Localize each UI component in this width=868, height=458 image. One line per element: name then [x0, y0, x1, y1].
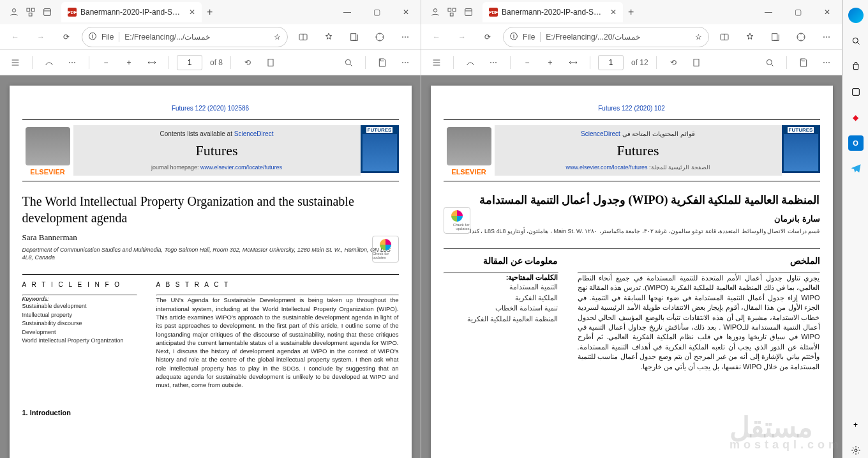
keywords-label: Keywords: — [22, 296, 137, 302]
url-path: E:/Freelancing/...20/خمسات — [546, 33, 690, 42]
games-icon[interactable]: ◆ — [848, 110, 864, 125]
back-button[interactable]: ← — [426, 27, 447, 47]
workspaces-icon[interactable] — [26, 7, 36, 17]
pdf-page: Futures 122 (2020) 102 ELSEVIER قوائم ال… — [431, 86, 833, 458]
page-number-input[interactable] — [598, 55, 624, 70]
sciencedirect-link[interactable]: ScienceDirect — [581, 130, 620, 137]
page-view-icon[interactable] — [262, 54, 280, 72]
browser-tab[interactable]: PDF Banermann-2020-IP-and-SDGs - ✕ — [61, 2, 202, 22]
more-icon[interactable]: ⋯ — [395, 27, 415, 47]
favorite-icon[interactable]: ☆ — [695, 33, 702, 42]
toolbar-more-icon[interactable]: ⋯ — [63, 54, 81, 72]
new-tab-button[interactable]: + — [207, 6, 213, 18]
edge-sidebar: ◆ O + — [842, 0, 868, 458]
fit-width-icon[interactable] — [143, 54, 161, 72]
contents-icon[interactable] — [6, 54, 24, 72]
zoom-out-button[interactable]: − — [518, 54, 536, 72]
save-icon[interactable] — [373, 54, 391, 72]
zoom-in-button[interactable]: + — [541, 54, 559, 72]
profile-icon[interactable] — [430, 7, 440, 17]
collections-icon[interactable] — [344, 27, 364, 47]
journal-ref-link[interactable]: Futures 122 (2020) 102 — [444, 105, 820, 112]
more-icon[interactable]: ⋯ — [816, 27, 837, 47]
fit-width-icon[interactable] — [564, 54, 582, 72]
forward-button: → — [31, 27, 51, 47]
back-button[interactable]: ← — [5, 27, 26, 47]
search-icon[interactable] — [340, 54, 357, 72]
journal-name: Futures — [507, 142, 769, 159]
shopping-icon[interactable] — [848, 59, 864, 74]
check-updates-badge[interactable]: Check for updates — [372, 236, 399, 263]
svg-rect-1 — [27, 8, 30, 11]
workspaces-icon[interactable] — [447, 7, 457, 17]
zoom-in-button[interactable]: + — [120, 54, 138, 72]
close-window-button[interactable]: ✕ — [812, 0, 842, 24]
svg-rect-16 — [772, 33, 777, 40]
tab-actions-icon[interactable] — [463, 7, 474, 17]
url-box[interactable]: ⓘ File E:/Freelancing/...20/خمسات ☆ — [503, 27, 709, 47]
rotate-icon[interactable]: ⟲ — [239, 54, 257, 72]
info-icon[interactable]: ⓘ — [510, 31, 518, 42]
settings-rail-icon[interactable] — [848, 443, 864, 458]
draw-icon[interactable] — [40, 54, 58, 72]
tab-actions-icon[interactable] — [42, 7, 52, 17]
split-screen-icon[interactable] — [714, 27, 735, 47]
favorites-icon[interactable] — [318, 27, 339, 47]
favorite-icon[interactable]: ☆ — [274, 33, 281, 42]
telegram-icon[interactable] — [848, 161, 864, 176]
contents-icon[interactable] — [428, 54, 445, 72]
extensions-icon[interactable] — [791, 27, 811, 47]
copilot-icon[interactable] — [848, 8, 864, 23]
elsevier-logo: ELSEVIER — [22, 125, 73, 176]
address-bar: ← → ⟳ ⓘ File E:/Freelancing/.../خمسات ☆ … — [0, 24, 421, 50]
extensions-icon[interactable] — [370, 27, 390, 47]
toolbar-settings-icon[interactable]: ⋯ — [396, 54, 414, 72]
url-scheme: File — [101, 33, 114, 42]
outlook-icon[interactable]: O — [848, 135, 864, 151]
tools-icon[interactable] — [848, 84, 864, 100]
pdf-page: Futures 122 (2020) 102586 ELSEVIER Conte… — [10, 86, 412, 458]
journal-ref-link[interactable]: Futures 122 (2020) 102586 — [22, 105, 399, 112]
homepage-link[interactable]: www.elsevier.com/locate/futures — [565, 164, 647, 171]
profile-icon[interactable] — [9, 7, 19, 17]
sciencedirect-link[interactable]: ScienceDirect — [234, 130, 274, 137]
draw-icon[interactable] — [461, 54, 479, 72]
svg-point-10 — [433, 9, 437, 12]
elsevier-logo: ELSEVIER — [444, 125, 495, 176]
new-tab-button[interactable]: + — [628, 6, 634, 18]
close-window-button[interactable]: ✕ — [391, 0, 421, 24]
journal-cover: FUTURES — [782, 125, 820, 173]
check-updates-badge[interactable]: Check for updates — [444, 207, 470, 234]
browser-tab[interactable]: PDF Banermann-2020-IP-and-SDGs-A ✕ — [483, 2, 623, 22]
close-tab-icon[interactable]: ✕ — [189, 8, 195, 17]
forward-button: → — [452, 27, 472, 47]
add-rail-icon[interactable]: + — [848, 417, 864, 432]
page-view-icon[interactable] — [687, 54, 705, 72]
close-tab-icon[interactable]: ✕ — [610, 8, 617, 17]
refresh-button[interactable]: ⟳ — [477, 27, 498, 47]
collections-icon[interactable] — [765, 27, 786, 47]
search-icon[interactable] — [761, 54, 779, 72]
split-screen-icon[interactable] — [293, 27, 313, 47]
toolbar-settings-icon[interactable]: ⋯ — [818, 54, 835, 72]
pdf-viewer[interactable]: Futures 122 (2020) 102586 ELSEVIER Conte… — [0, 75, 421, 458]
maximize-button[interactable]: ▢ — [362, 0, 391, 24]
rotate-icon[interactable]: ⟲ — [664, 54, 682, 72]
toolbar-more-icon[interactable]: ⋯ — [484, 54, 502, 72]
contents-available: قوائم المحتويات المتاحة في ScienceDirect — [507, 130, 769, 137]
author-name: سارة بانرمان — [444, 214, 820, 224]
minimize-button[interactable]: — — [754, 0, 783, 24]
search-rail-icon[interactable] — [848, 33, 864, 49]
page-number-input[interactable] — [177, 55, 202, 70]
svg-rect-14 — [465, 9, 472, 16]
info-icon[interactable]: ⓘ — [89, 31, 96, 42]
pdf-viewer[interactable]: Futures 122 (2020) 102 ELSEVIER قوائم ال… — [421, 75, 842, 458]
zoom-out-button[interactable]: − — [97, 54, 115, 72]
favorites-icon[interactable] — [740, 27, 760, 47]
save-icon[interactable] — [795, 54, 812, 72]
maximize-button[interactable]: ▢ — [783, 0, 812, 24]
refresh-button[interactable]: ⟳ — [56, 27, 77, 47]
homepage-link[interactable]: www.elsevier.com/locate/futures — [200, 164, 282, 171]
minimize-button[interactable]: — — [333, 0, 362, 24]
url-box[interactable]: ⓘ File E:/Freelancing/.../خمسات ☆ — [82, 27, 288, 47]
